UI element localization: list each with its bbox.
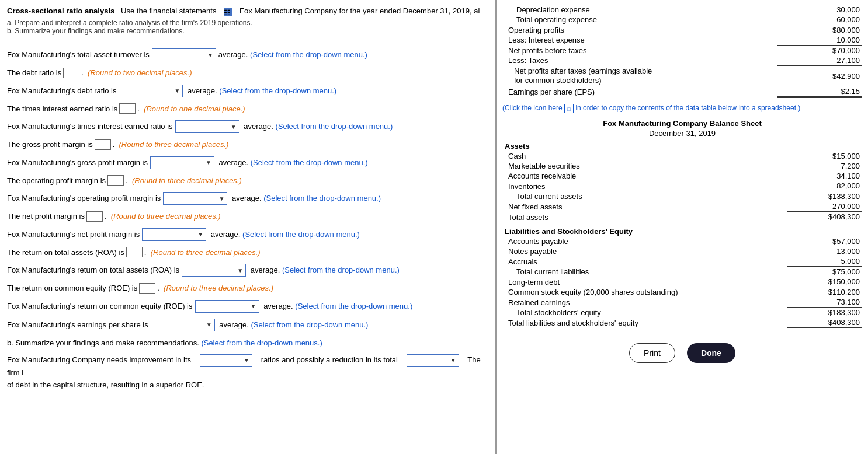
bs-subtitle: December 31, 2019 [502, 129, 862, 138]
bs-tca-row: Total current assets $138,300 [502, 191, 862, 202]
bs-tcl-value: $75,000 [787, 267, 862, 277]
q16-select-note: (Select from the drop-down menu.) [251, 319, 369, 331]
grid-icon[interactable]: ☷ [224, 8, 232, 16]
q11-dropdown-arrow: ▼ [197, 230, 203, 239]
q2-row: The debt ratio is . (Round to two decima… [7, 67, 488, 79]
click-note-text: (Click the icon here [502, 104, 564, 112]
done-button[interactable]: Done [687, 343, 735, 363]
q3-dropdown[interactable]: ▼ [119, 85, 183, 97]
is-row-taxes: Less: Taxes 27,100 [502, 55, 862, 66]
q9-row: Fox Manufacturing's operating profit mar… [7, 192, 488, 205]
q11-label: Fox Manufacturing's net profit margin is [7, 229, 140, 240]
q1-dropdown-arrow: ▼ [207, 51, 213, 60]
q1-after: average. [218, 49, 248, 61]
bs-inv-row: Inventories 82,000 [502, 181, 862, 191]
q7-dropdown[interactable]: ▼ [150, 156, 214, 169]
divider [7, 40, 488, 40]
bs-tlse-row: Total liabilities and stockholders' equi… [502, 317, 862, 329]
q8-input[interactable] [107, 175, 124, 186]
q9-select-note: (Select from the drop-down menu.) [263, 193, 381, 204]
q1-dropdown[interactable]: ▼ [152, 48, 216, 61]
bs-re-row: Retained earnings 73,100 [502, 297, 862, 308]
bottom-buttons: Print Done [502, 334, 862, 368]
bs-mkt-sec-row: Marketable securities 7,200 [502, 161, 862, 171]
is-depreciation-label: Depreciation expense [502, 5, 777, 15]
is-taxes-value: 27,100 [777, 55, 862, 66]
q5-select-note: (Select from the drop-down menu.) [275, 121, 393, 132]
bs-ta-row: Total assets $408,300 [502, 212, 862, 223]
bs-cse-value: $110,200 [787, 287, 862, 298]
q18-dropdown2-arrow: ▼ [450, 356, 456, 365]
bs-cash-label: Cash [502, 151, 787, 161]
q14-input[interactable] [139, 283, 155, 294]
is-op-profits-value: $80,000 [777, 25, 862, 36]
bs-np-label: Notes payable [502, 246, 787, 256]
bs-tse-label: Total stockholders' equity [502, 308, 787, 318]
is-net-before-taxes-value: $70,000 [777, 46, 862, 56]
q12-input[interactable] [126, 247, 143, 257]
q10-row: The net profit margin is . (Round to thr… [7, 211, 488, 222]
q18-label1: Fox Manufacturing Company needs improvem… [7, 356, 191, 365]
q12-row: The return on total assets (ROA) is . (R… [7, 247, 488, 259]
bs-ta-value: $408,300 [787, 212, 862, 223]
bs-assets-header-row: Assets [502, 141, 862, 151]
q18-dropdown2[interactable]: ▼ [407, 354, 459, 367]
q9-dropdown[interactable]: ▼ [163, 192, 227, 205]
bs-tca-label: Total current assets [502, 191, 787, 202]
q16-label: Fox Manufacturing's earnings per share i… [7, 319, 148, 331]
q18-dropdown1[interactable]: ▼ [200, 354, 252, 367]
bs-ap-label: Accounts payable [502, 236, 787, 246]
q5-dropdown[interactable]: ▼ [175, 120, 239, 133]
q12-label: The return on total assets (ROA) is [7, 247, 124, 259]
q6-input[interactable] [95, 139, 111, 150]
q4-row: The times interest earned ratio is . (Ro… [7, 103, 488, 115]
q16-dropdown[interactable]: ▼ [151, 319, 215, 331]
q10-input[interactable] [86, 211, 103, 222]
bs-ar-label: Accounts receivable [502, 171, 787, 181]
sub-b: b. Summarize your findings and make reco… [7, 27, 488, 35]
bs-tse-value: $183,300 [787, 308, 862, 318]
q14-round: (Round to three decimal places.) [164, 282, 273, 294]
q14-label: The return on common equity (ROE) is [7, 282, 137, 294]
print-button[interactable]: Print [629, 343, 675, 363]
q10-round: (Round to three decimal places.) [111, 211, 221, 222]
q6-label: The gross profit margin is [7, 139, 93, 151]
q13-label: Fox Manufacturing's return on total asse… [7, 264, 179, 276]
header-company: Fox Manufacturing Company for the year e… [239, 6, 480, 15]
q18-label4: of debt in the capital structure, result… [7, 380, 204, 389]
q2-round: (Round to two decimal places.) [88, 67, 192, 79]
q12-round: (Round to three decimal places.) [151, 247, 261, 259]
q5-row: Fox Manufacturing's times interest earne… [7, 120, 488, 133]
header-instruction: Use the financial statements [121, 6, 216, 15]
q3-row: Fox Manufacturing's debt ratio is ▼ aver… [7, 85, 488, 97]
is-depreciation-value: 30,000 [777, 5, 862, 15]
is-row-eps: Earnings per share (EPS) $2.15 [502, 86, 862, 97]
bs-re-label: Retained earnings [502, 297, 787, 308]
q11-select-note: (Select from the drop-down menu.) [242, 229, 360, 240]
q18-dropdown1-arrow: ▼ [244, 356, 249, 365]
copy-icon[interactable]: □ [564, 104, 574, 113]
is-net-after-taxes-label: Net profits after taxes (earnings availa… [502, 66, 777, 87]
q2-label: The debt ratio is [7, 67, 61, 79]
q4-round: (Round to one decimal place.) [144, 103, 245, 115]
bs-nfa-label: Net fixed assets [502, 201, 787, 212]
q4-input[interactable] [119, 103, 136, 114]
bs-inv-label: Inventories [502, 181, 787, 191]
q15-dropdown[interactable]: ▼ [195, 300, 259, 313]
q1-select-note: (Select from the drop-down menu.) [250, 49, 367, 61]
is-taxes-label: Less: Taxes [502, 55, 777, 66]
q2-input[interactable] [63, 68, 79, 78]
bs-ar-value: 34,100 [787, 171, 862, 181]
q11-dropdown[interactable]: ▼ [142, 228, 206, 241]
q15-dropdown-arrow: ▼ [251, 302, 256, 310]
q13-select-note: (Select from the drop-down menu.) [282, 264, 400, 276]
bs-liab-header: Liabilities and Stockholders' Equity [502, 223, 862, 237]
bs-mkt-sec-value: 7,200 [787, 161, 862, 171]
q13-dropdown[interactable]: ▼ [182, 264, 246, 277]
q5-label: Fox Manufacturing's times interest earne… [7, 121, 173, 132]
bs-np-value: 13,000 [787, 246, 862, 256]
bs-cse-row: Common stock equity (20,000 shares outst… [502, 287, 862, 298]
click-note-text2: in order to copy the contents of the dat… [575, 104, 800, 112]
income-statement-table: Depreciation expense 30,000 Total operat… [502, 5, 862, 98]
bs-accruals-value: 5,000 [787, 256, 862, 267]
